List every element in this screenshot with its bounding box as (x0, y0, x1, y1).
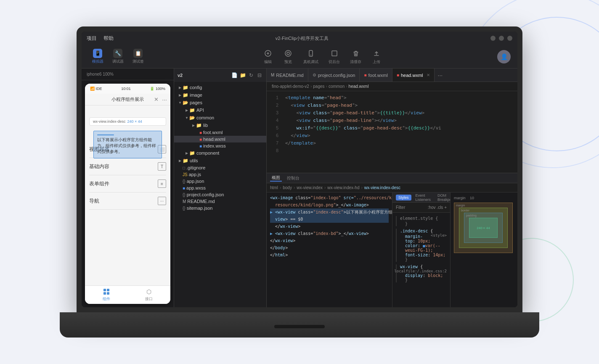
code-line-4: <view class="page-head-line"></view> (285, 116, 517, 124)
maximize-button[interactable] (507, 36, 512, 41)
arrow-api: ▶ (184, 108, 189, 113)
style-source-2: localfile:/.index.css:2 (394, 269, 447, 273)
simulator-icon: 📱 (93, 49, 102, 58)
minimize-button[interactable] (499, 36, 504, 41)
tab-readme[interactable]: M README.md (267, 69, 308, 82)
rule-header-index-desc: .index-desc { <style> (400, 229, 447, 233)
arrow-common: ▼ (184, 115, 189, 120)
collapse-icon[interactable]: ⊟ (256, 72, 263, 79)
list-item-basic-content[interactable]: 基础内容 T (89, 158, 166, 175)
laptop-screen: 项目 帮助 v2-FinClip小程序开发工具 (82, 32, 517, 307)
selected-element: 以下将展示小程序官方组件能力，组件样式仅供参考，组件样式仅供参考。 (93, 131, 162, 158)
tree-item-appwxss[interactable]: ▶ ■ app.wxss (174, 185, 266, 191)
tab-more[interactable]: ··· (435, 69, 446, 82)
toolbar-center: 编辑 预览 (147, 48, 497, 65)
styles-tab-dom[interactable]: DOM Breakpoints (435, 193, 450, 203)
user-avatar[interactable]: 👤 (497, 50, 511, 63)
device-debug-action[interactable]: 真机调试 (303, 48, 318, 65)
tree-item-component[interactable]: ▶ 📁 component (174, 149, 266, 157)
tooltip-label: wx-view.index-desc (93, 119, 126, 124)
tab-bar: M README.md ⚙ project.config.json ■ foot… (267, 69, 517, 82)
debugger-icon: 🔧 (113, 49, 122, 58)
rule-close-wxview: } (405, 278, 447, 282)
html-tree-line-7: </wx-view> (270, 237, 389, 244)
tab-components[interactable]: 组件 (85, 288, 128, 302)
indexwxss-icon: ■ (199, 144, 202, 148)
rule-header-element: element.style { (400, 216, 447, 221)
tab-console[interactable]: 控制台 (285, 175, 301, 181)
svg-rect-9 (107, 292, 109, 295)
breadcrumb-file: head.wxml (349, 84, 369, 89)
tab-foot-wxml[interactable]: ■ foot.wxml (360, 69, 392, 82)
tab-project-config[interactable]: ⚙ project.config.json (308, 69, 360, 82)
tree-item-readme[interactable]: ▶ M README.md (174, 198, 266, 205)
tree-item-appjs[interactable]: ▶ JS app.js (174, 171, 266, 178)
el-bc-wxview-desc[interactable]: wx-view.index-desc (364, 185, 400, 190)
tree-item-index-wxss[interactable]: ▶ ■ index.wxss (174, 142, 266, 149)
tree-item-image[interactable]: ▶ 📁 image (174, 91, 266, 99)
tree-item-projectjson[interactable]: ▶ {} project.config.json (174, 191, 266, 198)
list-item-form[interactable]: 表单组件 ≡ (89, 175, 166, 193)
nav-icon: ··· (158, 197, 166, 205)
styles-tab-styles[interactable]: Styles (396, 195, 411, 200)
tree-item-config[interactable]: ▶ 📁 config (174, 84, 266, 91)
nav-close[interactable]: ✕ (154, 96, 159, 103)
line-2: 2 (267, 101, 282, 109)
menu-item-help[interactable]: 帮助 (103, 35, 114, 42)
tree-item-api[interactable]: ▶ 📁 API (174, 106, 266, 114)
debugger-button[interactable]: 🔧 调试器 (109, 47, 127, 66)
tree-item-head-wxml[interactable]: ▶ ■ head.wxml (174, 136, 266, 142)
tree-item-sitemapjson[interactable]: ▶ {} sitemap.json (174, 205, 266, 211)
tree-item-utils[interactable]: ▶ 📁 utils (174, 157, 266, 164)
app-window: 项目 帮助 v2-FinClip小程序开发工具 (82, 32, 517, 307)
refresh-icon[interactable]: ↻ (248, 72, 254, 79)
el-bc-wxview-hd[interactable]: wx-view.index-hd (327, 185, 359, 190)
styles-filter: Filter :hov .cls + (392, 203, 450, 213)
line-6: 6 (267, 132, 282, 139)
head-tab-close[interactable]: ✕ (427, 73, 430, 77)
new-folder-icon[interactable]: 📁 (239, 72, 246, 79)
code-lines[interactable]: <template name="head"> <view class="page… (282, 91, 517, 173)
tree-item-appjson[interactable]: ▶ {} app.json (174, 178, 266, 185)
preview-label: 预览 (284, 59, 292, 65)
tree-item-common[interactable]: ▼ 📂 common (174, 114, 266, 121)
filter-input[interactable]: Filter (396, 205, 424, 210)
nav-dots[interactable]: ··· (162, 96, 167, 103)
new-file-icon[interactable]: 📄 (231, 72, 238, 79)
preview-action[interactable]: 预览 (283, 48, 293, 65)
arrow-lib: ▶ (191, 123, 196, 128)
styles-tab-events[interactable]: Event Listeners (413, 193, 434, 203)
el-bc-html[interactable]: html (270, 185, 278, 190)
test-button[interactable]: 📋 测试签 (129, 47, 147, 66)
device-debug-icon (306, 48, 316, 58)
tab-interface[interactable]: ⬡ 接口 (128, 288, 171, 302)
status-left: 📶 IDE (90, 87, 102, 91)
edit-action[interactable]: 编辑 (263, 48, 273, 65)
clear-cache-action[interactable]: 清缓存 (350, 48, 361, 65)
tab-head-wxml[interactable]: ■ head.wxml ✕ (392, 69, 435, 82)
list-item-nav[interactable]: 导航 ··· (89, 193, 166, 210)
tooltip-dimensions: 240 × 44 (127, 119, 142, 124)
switch-bg-action[interactable]: 切后台 (329, 48, 340, 65)
upload-action[interactable]: 上传 (371, 48, 382, 65)
el-bc-body[interactable]: body (283, 185, 292, 190)
tab-overview[interactable]: 概图 (270, 175, 282, 182)
style-rule-element: element.style { } (396, 216, 447, 226)
tree-item-lib[interactable]: ▶ 📁 lib (174, 121, 266, 129)
html-tree-line-6: ▶ <wx-view class="index-bd">_</wx-view> (270, 230, 389, 237)
el-bc-wxview-index[interactable]: wx-view.index (297, 185, 323, 190)
phone-frame: 📶 IDE 10:01 🔋 100% 小程序组件展示 ··· ✕ (85, 84, 170, 304)
line-4: 4 (267, 116, 282, 124)
filter-pseudo[interactable]: :hov .cls + (428, 205, 447, 210)
html-tree-line-9: </html> (270, 251, 389, 258)
close-button[interactable] (490, 36, 496, 41)
tree-item-gitignore[interactable]: ▶ □ .gitignore (174, 164, 266, 171)
tooltip-overlay: wx-view.index-desc 240 × 44 以下将展示小程序官方组件… (89, 117, 166, 158)
screen-bezel: 项目 帮助 v2-FinClip小程序开发工具 (77, 26, 522, 312)
tree-item-foot-wxml[interactable]: ▶ ■ foot.wxml (174, 129, 266, 136)
simulator-button[interactable]: 📱 模拟器 (88, 47, 107, 66)
tree-item-pages[interactable]: ▼ 📂 pages (174, 99, 266, 106)
menu-item-project[interactable]: 项目 (87, 35, 97, 42)
clear-cache-label: 清缓存 (350, 59, 361, 65)
phone-nav-bar: 小程序组件展示 ··· ✕ (85, 94, 170, 106)
